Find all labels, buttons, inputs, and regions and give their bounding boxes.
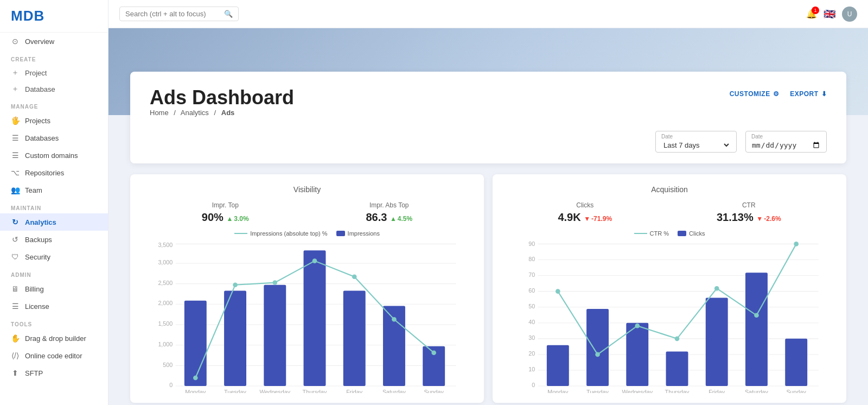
license-label: License [25, 302, 49, 311]
logo: MDB [11, 8, 44, 24]
svg-text:3,000: 3,000 [158, 259, 173, 265]
sidebar-item-team[interactable]: 👥 Team [0, 181, 108, 199]
security-icon: 🛡 [11, 252, 20, 261]
impr-abs-top-change: ▲ 4.5% [390, 215, 412, 223]
acq-bar-tuesday [586, 309, 609, 386]
add-project-icon: ＋ [11, 68, 20, 78]
impr-top-change: ▲ 3.0% [226, 215, 248, 223]
analytics-label: Analytics [25, 218, 56, 226]
impr-top-metric: Impr. Top 90% ▲ 3.0% [202, 201, 249, 224]
date-select-1[interactable]: Last 7 days Last 30 days Last 90 days [661, 141, 731, 150]
impr-top-value: 90% ▲ 3.0% [202, 211, 249, 224]
sidebar-item-repositories[interactable]: ⌥ Repositories [0, 164, 108, 181]
impr-abs-top-value: 86.3 ▲ 4.5% [366, 211, 412, 224]
acq-bar-wednesday [626, 322, 648, 385]
bar-tuesday [224, 290, 246, 386]
notification-bell[interactable]: 🔔 1 [806, 9, 817, 19]
customize-button[interactable]: CUSTOMIZE ⚙ [730, 90, 779, 98]
acquisition-chart-svg-wrap: 0 10 20 30 40 50 60 70 80 90 [506, 241, 833, 395]
breadcrumb-home[interactable]: Home [150, 109, 169, 117]
sidebar-item-overview[interactable]: ⊙ Overview [0, 33, 108, 50]
acq-bar-monday [547, 345, 569, 385]
sidebar-item-projects[interactable]: 🖐 Projects [0, 112, 108, 129]
content-area: Ads Dashboard Home / Analytics / Ads CUS… [108, 28, 868, 405]
svg-text:Monday: Monday [547, 389, 569, 393]
tools-section-label: TOOLS [0, 315, 108, 330]
search-icon: 🔍 [224, 10, 233, 18]
ctr-value: 31.13% ▼ -2.6% [717, 211, 781, 224]
legend-bar-item: Impressions [336, 230, 380, 237]
acq-point-wednesday [635, 323, 640, 328]
svg-text:50: 50 [528, 302, 535, 309]
acq-bar-thursday [666, 351, 688, 386]
impr-abs-top-metric: Impr. Abs Top 86.3 ▲ 4.5% [366, 201, 412, 224]
sidebar-item-billing[interactable]: 🖥 Billing [0, 280, 108, 298]
point-saturday [392, 317, 397, 322]
sidebar-item-analytics[interactable]: ↻ Analytics [0, 213, 108, 231]
security-label: Security [25, 253, 50, 261]
svg-text:60: 60 [528, 287, 535, 293]
avatar[interactable]: U [842, 7, 857, 22]
breadcrumb: Home / Analytics / Ads [150, 109, 294, 117]
svg-text:Friday: Friday [346, 389, 362, 393]
export-button[interactable]: EXPORT ⬇ [790, 90, 827, 98]
point-monday [193, 375, 198, 380]
add-database-icon: ＋ [11, 84, 20, 94]
sidebar-item-security[interactable]: 🛡 Security [0, 248, 108, 265]
backups-label: Backups [25, 236, 52, 244]
impr-top-label: Impr. Top [202, 201, 249, 209]
sidebar-item-custom-domains[interactable]: ☰ Custom domains [0, 147, 108, 164]
ctr-label: CTR [717, 201, 781, 209]
date-input-2[interactable] [751, 141, 821, 150]
license-icon: ☰ [11, 302, 20, 311]
svg-text:90: 90 [528, 241, 535, 247]
sidebar-item-sftp[interactable]: ⬆ SFTP [0, 364, 108, 382]
databases-label: Databases [25, 134, 59, 142]
acquisition-svg: 0 10 20 30 40 50 60 70 80 90 [506, 241, 833, 393]
sidebar: MDB ⊙ Overview CREATE ＋ Project ＋ Databa… [0, 0, 108, 405]
acq-point-thursday [675, 336, 680, 341]
code-editor-icon: ⟨/⟩ [11, 351, 20, 360]
bar-wednesday [264, 284, 286, 385]
drag-drop-icon: ✋ [11, 334, 20, 343]
logo-area: MDB [0, 0, 108, 33]
legend-line-item: Impressions (absolute top) % [234, 230, 327, 237]
bar-friday [343, 290, 366, 386]
breadcrumb-analytics[interactable]: Analytics [181, 109, 209, 117]
sidebar-item-backups[interactable]: ↺ Backups [0, 231, 108, 248]
sidebar-item-license[interactable]: ☰ License [0, 298, 108, 315]
svg-text:Sunday: Sunday [786, 389, 806, 393]
overview-icon: ⊙ [11, 37, 20, 46]
visibility-section-title: Visibility [143, 185, 471, 194]
acq-point-saturday [754, 313, 759, 318]
legend-clicks-item: Clicks [678, 230, 705, 237]
sidebar-item-project[interactable]: ＋ Project [0, 65, 108, 81]
acq-point-tuesday [595, 352, 600, 357]
language-flag[interactable]: 🇬🇧 [824, 8, 835, 20]
bar-monday [184, 300, 207, 385]
point-tuesday [233, 282, 238, 287]
acq-point-friday [714, 286, 719, 291]
date-selector-2[interactable]: Date [745, 131, 827, 153]
search-input[interactable] [125, 10, 221, 18]
analytics-icon: ↻ [11, 218, 20, 226]
visibility-legend: Impressions (absolute top) % Impressions [143, 230, 471, 237]
sidebar-item-code-editor[interactable]: ⟨/⟩ Online code editor [0, 347, 108, 364]
sidebar-item-database[interactable]: ＋ Database [0, 81, 108, 97]
legend-bar-swatch [336, 231, 345, 236]
admin-section-label: ADMIN [0, 265, 108, 280]
svg-text:70: 70 [528, 271, 535, 277]
acquisition-section-title: Acquisition [506, 185, 833, 194]
topbar-search-box[interactable]: 🔍 [119, 7, 239, 21]
svg-text:10: 10 [528, 366, 535, 372]
date-selector-1[interactable]: Date Last 7 days Last 30 days Last 90 da… [655, 131, 737, 153]
manage-section-label: MANAGE [0, 97, 108, 112]
clicks-change: ▼ -71.9% [584, 215, 612, 223]
sidebar-item-databases[interactable]: ☰ Databases [0, 129, 108, 147]
visibility-chart-card: Visibility Impr. Top 90% ▲ 3.0% Impr. Ab… [130, 174, 484, 403]
breadcrumb-ads[interactable]: Ads [221, 109, 235, 117]
overview-label: Overview [25, 37, 54, 46]
svg-text:500: 500 [163, 361, 173, 368]
sidebar-item-drag-drop[interactable]: ✋ Drag & drop builder [0, 330, 108, 347]
custom-domains-label: Custom domains [25, 151, 78, 160]
